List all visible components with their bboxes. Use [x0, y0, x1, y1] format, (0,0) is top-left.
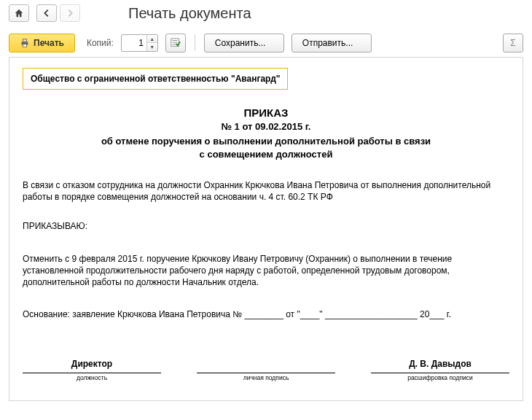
svg-rect-2: [23, 44, 26, 47]
order-text: Отменить с 9 февраля 2015 г. поручение К…: [23, 253, 509, 289]
signature-position: Директор должность: [23, 358, 161, 382]
page-title: Печать документа: [128, 5, 251, 22]
sig-position-value: Директор: [23, 358, 161, 370]
sig-name-label: расшифровка подписи: [371, 374, 509, 382]
arrow-right-icon: [65, 8, 75, 18]
toolbar-divider: [195, 35, 195, 51]
send-button[interactable]: Отправить...: [292, 34, 372, 52]
print-button[interactable]: Печать: [9, 34, 75, 52]
forward-button[interactable]: [60, 4, 80, 22]
copies-input[interactable]: [122, 38, 146, 48]
doc-title: ПРИКАЗ: [23, 106, 509, 120]
doc-number: № 1 от 09.02.2015 г.: [23, 120, 509, 133]
sig-mid-label: личная подпись: [197, 374, 335, 382]
document-preview[interactable]: Общество с ограниченной ответственностью…: [9, 57, 523, 401]
back-button[interactable]: [36, 4, 57, 22]
arrow-left-icon: [42, 8, 52, 18]
doc-subtitle: об отмене поручения о выполнении дополни…: [98, 135, 434, 160]
table-check-icon: [171, 38, 181, 48]
document-header: ПРИКАЗ № 1 от 09.02.2015 г. об отмене по…: [23, 106, 509, 160]
signature-row: Директор должность личная подпись Д. В. …: [23, 358, 509, 382]
preview-button[interactable]: [165, 34, 186, 52]
signature-name: Д. В. Давыдов расшифровка подписи: [371, 358, 509, 382]
copies-spinner[interactable]: ▲ ▼: [121, 34, 158, 52]
copies-down[interactable]: ▼: [147, 43, 157, 51]
svg-rect-1: [23, 39, 26, 42]
save-button-label: Сохранить...: [215, 38, 266, 48]
sum-button[interactable]: Σ: [503, 34, 523, 52]
signature-personal: личная подпись: [197, 358, 335, 382]
navbar: Печать документа: [0, 0, 532, 29]
home-button[interactable]: [9, 4, 29, 22]
command-line: ПРИКАЗЫВАЮ:: [23, 220, 509, 232]
print-button-label: Печать: [34, 38, 64, 48]
save-button[interactable]: Сохранить...: [204, 34, 284, 52]
basis-line: Основание: заявление Крючкова Ивана Петр…: [23, 308, 509, 320]
printer-icon: [20, 38, 30, 48]
sig-position-label: должность: [23, 374, 161, 382]
home-icon: [14, 8, 24, 18]
sig-name-value: Д. В. Давыдов: [371, 358, 509, 370]
sigma-icon: Σ: [510, 38, 515, 48]
preamble: В связи с отказом сотрудника на должност…: [23, 179, 509, 203]
send-button-label: Отправить...: [302, 38, 353, 48]
toolbar: Печать Копий: ▲ ▼ Сохранить... Отправить…: [0, 29, 532, 57]
copies-up[interactable]: ▲: [147, 35, 157, 43]
org-name-box: Общество с ограниченной ответственностью…: [23, 68, 288, 90]
copies-label: Копий:: [87, 38, 114, 48]
